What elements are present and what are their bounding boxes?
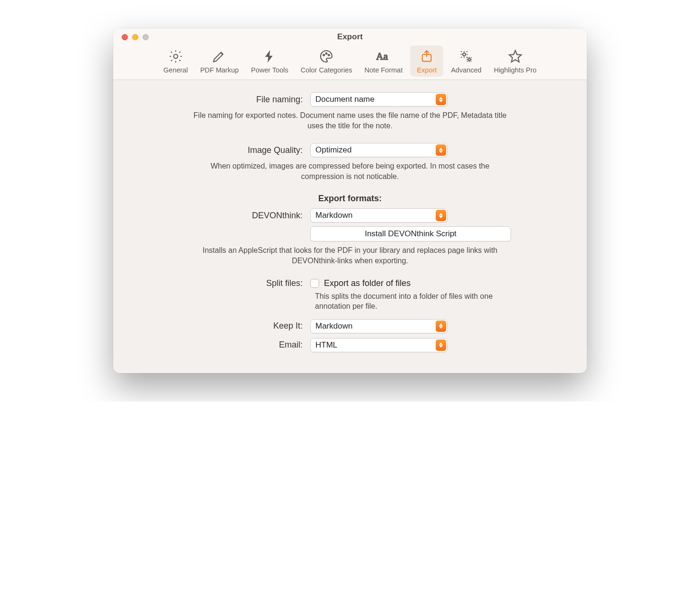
devonthink-install-help: Installs an AppleScript that looks for t… <box>189 245 511 266</box>
file-naming-popup[interactable]: Document name <box>310 92 448 107</box>
svg-point-3 <box>328 54 330 56</box>
keep-it-format-value: Markdown <box>315 321 352 331</box>
image-quality-popup[interactable]: Optimized <box>310 143 448 157</box>
split-files-label: Split files: <box>127 278 303 288</box>
chevron-up-down-icon <box>436 210 446 221</box>
tab-advanced[interactable]: Advanced <box>446 45 486 77</box>
palette-icon <box>318 48 334 64</box>
bolt-icon <box>261 48 278 64</box>
svg-point-2 <box>326 53 327 54</box>
svg-point-1 <box>323 54 324 56</box>
chevron-up-down-icon <box>436 144 446 156</box>
chevron-up-down-icon <box>436 321 446 332</box>
tab-power-tools[interactable]: Power Tools <box>246 45 293 77</box>
split-files-help: This splits the document into a folder o… <box>315 291 519 312</box>
export-icon <box>419 48 435 64</box>
tab-label: Advanced <box>451 66 482 74</box>
image-quality-label: Image Quality: <box>127 145 303 155</box>
devonthink-label: DEVONthink: <box>127 211 303 221</box>
file-naming-label: File naming: <box>127 95 303 105</box>
svg-point-7 <box>468 58 471 61</box>
tab-label: General <box>163 66 188 74</box>
image-quality-value: Optimized <box>315 145 352 155</box>
email-format-popup[interactable]: HTML <box>310 338 448 352</box>
image-quality-help: When optimized, images are compressed be… <box>189 161 511 181</box>
chevron-up-down-icon <box>436 339 446 351</box>
split-files-checkbox-label: Export as folder of files <box>324 278 411 288</box>
preferences-toolbar: General PDF Markup Power Tools Color Cat… <box>113 45 587 80</box>
tab-highlights-pro[interactable]: Highlights Pro <box>489 45 541 77</box>
tab-general[interactable]: General <box>159 45 193 77</box>
tab-export[interactable]: Export <box>410 45 443 77</box>
tab-label: Highlights Pro <box>494 66 537 74</box>
tab-label: Power Tools <box>251 66 288 74</box>
tab-label: PDF Markup <box>200 66 239 74</box>
tab-label: Export <box>417 66 437 74</box>
devonthink-format-popup[interactable]: Markdown <box>310 208 448 223</box>
titlebar: Export General PDF Markup Power Tools <box>113 28 587 80</box>
chevron-up-down-icon <box>436 94 446 105</box>
tab-note-format[interactable]: Aa Note Format <box>360 45 408 77</box>
install-devonthink-script-button[interactable]: Install DEVONthink Script <box>310 226 511 241</box>
preferences-window: Export General PDF Markup Power Tools <box>113 28 587 373</box>
tab-pdf-markup[interactable]: PDF Markup <box>196 45 243 77</box>
install-devonthink-script-label: Install DEVONthink Script <box>365 229 457 239</box>
email-format-value: HTML <box>315 340 337 350</box>
tab-label: Color Categories <box>301 66 352 74</box>
tab-label: Note Format <box>365 66 403 74</box>
file-naming-help: File naming for exported notes. Document… <box>189 110 511 131</box>
svg-point-6 <box>463 53 466 56</box>
file-naming-value: Document name <box>315 95 375 104</box>
split-files-checkbox[interactable] <box>310 279 319 288</box>
tab-color-categories[interactable]: Color Categories <box>296 45 357 77</box>
gears-icon <box>458 48 474 64</box>
svg-point-0 <box>174 54 178 59</box>
svg-text:Aa: Aa <box>376 51 388 62</box>
pencil-icon <box>211 48 227 64</box>
star-icon <box>507 48 523 64</box>
devonthink-format-value: Markdown <box>315 211 352 220</box>
gear-icon <box>168 48 184 64</box>
email-label: Email: <box>127 340 303 350</box>
keep-it-label: Keep It: <box>127 321 303 331</box>
text-format-icon: Aa <box>376 48 392 64</box>
export-settings-pane: File naming: Document name File naming f… <box>113 80 587 373</box>
window-title: Export <box>113 32 587 42</box>
keep-it-format-popup[interactable]: Markdown <box>310 319 448 333</box>
export-formats-heading: Export formats: <box>127 194 573 204</box>
